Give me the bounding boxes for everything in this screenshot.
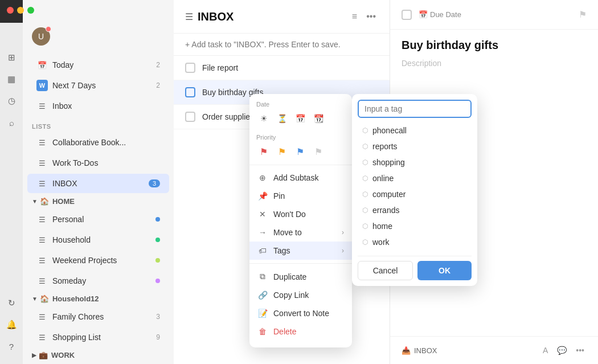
clock-icon-btn[interactable]: ◷ [3, 92, 20, 109]
user-avatar-area[interactable]: U [23, 23, 174, 55]
due-date-area[interactable]: 📅 Due Date [419, 10, 579, 19]
close-button[interactable] [7, 7, 14, 14]
table-row[interactable]: File report [174, 56, 390, 80]
sidebar-item-shopping-list[interactable]: ☰ Shopping List 9 [27, 328, 169, 347]
menu-item-copy-link[interactable]: 🔗 Copy Link [249, 286, 352, 304]
copy-link-icon: 🔗 [257, 291, 268, 300]
sidebar-item-today[interactable]: 📅 Today 2 [27, 55, 169, 75]
refresh-icon-btn[interactable]: ↻ [3, 295, 20, 312]
add-task-bar[interactable] [174, 34, 390, 56]
work-group-icon: 💼 [39, 351, 48, 359]
list-item[interactable]: ⬡ errands [358, 202, 472, 218]
menu-item-tags[interactable]: 🏷 Tags › [249, 242, 352, 260]
list-item[interactable]: ⬡ online [358, 170, 472, 186]
priority-none-flag[interactable]: ⚑ [311, 144, 326, 159]
bell-icon-btn[interactable]: 🔔 [3, 316, 20, 333]
tag-input[interactable] [358, 100, 472, 118]
detail-task-checkbox[interactable] [402, 10, 412, 20]
add-task-input[interactable] [185, 40, 378, 49]
sidebar-item-someday[interactable]: ☰ Someday [27, 271, 169, 291]
traffic-lights[interactable] [7, 7, 34, 14]
task-checkbox-1[interactable] [185, 87, 195, 97]
list-item[interactable]: ⬡ reports [358, 138, 472, 154]
priority-row: ⚑ ⚑ ⚑ ⚑ [249, 142, 352, 161]
minimize-button[interactable] [17, 7, 24, 14]
tag-icon-errands: ⬡ [362, 206, 368, 214]
hourglass-date-icon[interactable]: ⏳ [275, 111, 289, 126]
sidebar-item-inbox-list[interactable]: ☰ INBOX 3 [27, 174, 169, 193]
sidebar-item-collab-book[interactable]: ☰ Collaborative Book... [27, 133, 169, 152]
group-header-household[interactable]: ▼ 🏠 Household 12 [23, 291, 174, 306]
menu-label-delete: Delete [273, 327, 344, 336]
sidebar-label-work-todos: Work To-Dos [52, 158, 160, 167]
pin-icon: 📌 [257, 191, 268, 201]
list-item[interactable]: ⬡ computer [358, 186, 472, 202]
inbox-footer-label: INBOX [414, 346, 437, 355]
avatar[interactable]: U [32, 27, 50, 46]
menu-label-duplicate: Duplicate [273, 272, 344, 281]
menu-item-add-subtask[interactable]: ⊕ Add Subtask [249, 169, 352, 187]
shopping-list-icon: ☰ [36, 332, 48, 343]
menu-item-pin[interactable]: 📌 Pin [249, 187, 352, 205]
group-header-home[interactable]: ▼ 🏠 HOME [23, 194, 174, 209]
tag-icon-reports: ⬡ [362, 142, 368, 150]
list-item[interactable]: ⬡ home [358, 218, 472, 234]
priority-2-flag[interactable]: ⚑ [275, 144, 289, 159]
sidebar-item-weekend-projects[interactable]: ☰ Weekend Projects [27, 251, 169, 270]
calendar-icon-btn[interactable]: ▦ [3, 71, 20, 88]
more-detail-btn[interactable]: ••• [574, 343, 587, 357]
tags-arrow-icon: › [342, 247, 344, 255]
cancel-button[interactable]: Cancel [358, 261, 413, 280]
task-list-actions: ≡ ••• [350, 9, 378, 24]
search-icon-btn[interactable]: ⌕ [3, 114, 20, 131]
menu-label-pin: Pin [273, 191, 344, 201]
sidebar-label-inbox: Inbox [52, 101, 160, 111]
footer-inbox: 📥 INBOX [402, 346, 536, 355]
ok-button[interactable]: OK [417, 261, 472, 280]
menu-item-wont-do[interactable]: ✕ Won't Do [249, 205, 352, 223]
sidebar-label-family-chores: Family Chores [52, 312, 154, 321]
sidebar-label-collab-book: Collaborative Book... [52, 138, 160, 147]
menu-item-duplicate[interactable]: ⧉ Duplicate [249, 267, 352, 286]
priority-1-flag[interactable]: ⚑ [256, 144, 271, 159]
sidebar-item-family-chores[interactable]: ☰ Family Chores 3 [27, 307, 169, 326]
sun-date-icon[interactable]: ☀ [256, 111, 271, 126]
priority-3-flag[interactable]: ⚑ [293, 144, 308, 159]
tag-label-shopping: shopping [372, 158, 405, 167]
menu-item-move-to[interactable]: → Move to › [249, 223, 352, 242]
tag-label-errands: errands [372, 206, 399, 215]
home-chevron-icon: ▼ [32, 198, 38, 205]
sidebar-item-next7days[interactable]: W Next 7 Days 2 [27, 76, 169, 95]
menu-label-tags: Tags [273, 246, 336, 255]
detail-description[interactable]: Description [402, 59, 587, 68]
more-btn[interactable]: ••• [364, 9, 378, 24]
calendar-specific-icon[interactable]: 📅 [293, 111, 308, 126]
sidebar-item-household[interactable]: ☰ Household [27, 230, 169, 250]
list-item[interactable]: ⬡ phonecall [358, 122, 472, 138]
flag-icon[interactable]: ⚑ [579, 9, 587, 20]
comment-icon-btn[interactable]: 💬 [555, 343, 569, 357]
home-icon-btn[interactable]: ⊞ [3, 49, 20, 66]
filter-btn[interactable]: ≡ [350, 9, 359, 24]
sidebar-label-next7days: Next 7 Days [52, 81, 154, 90]
list-item[interactable]: ⬡ shopping [358, 154, 472, 170]
help-icon-btn[interactable]: ? [3, 338, 20, 355]
sidebar-item-inbox[interactable]: ☰ Inbox [27, 96, 169, 116]
menu-label-wont-do: Won't Do [273, 210, 344, 219]
calendar-recurring-icon[interactable]: 📆 [311, 111, 326, 126]
sidebar-item-personal[interactable]: ☰ Personal [27, 210, 169, 229]
format-icon-btn[interactable]: A [540, 343, 550, 357]
tag-label-work: work [372, 238, 390, 247]
sidebar-item-work-todos[interactable]: ☰ Work To-Dos [27, 153, 169, 173]
maximize-button[interactable] [27, 7, 34, 14]
menu-item-convert-to-note[interactable]: 📝 Convert to Note [249, 304, 352, 322]
group-header-work[interactable]: ▶ 💼 WORK [23, 347, 174, 363]
today-icon: 📅 [36, 59, 48, 71]
tag-label-home: home [372, 222, 392, 231]
menu-item-delete[interactable]: 🗑 Delete [249, 322, 352, 341]
task-checkbox-2[interactable] [185, 112, 195, 122]
work-chevron-icon: ▶ [32, 352, 36, 358]
sidebar-label-inbox-list: INBOX [52, 179, 146, 188]
list-item[interactable]: ⬡ work [358, 234, 472, 250]
task-checkbox-0[interactable] [185, 63, 195, 73]
